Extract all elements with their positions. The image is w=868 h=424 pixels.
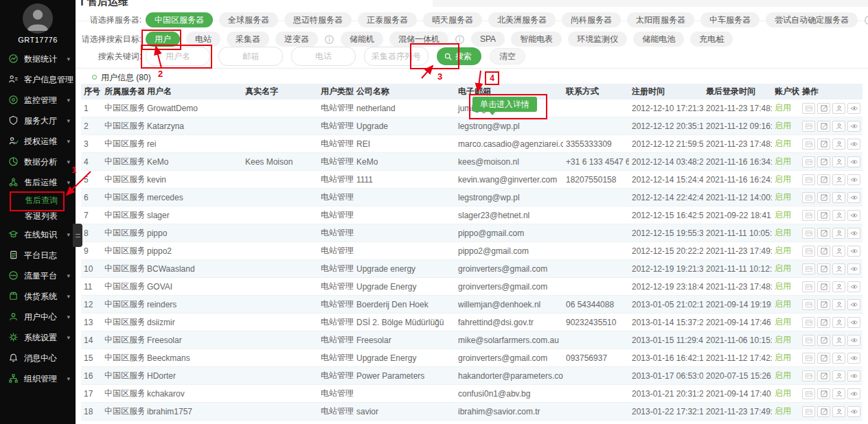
edit-button[interactable]: [817, 139, 830, 150]
keyword-input-0[interactable]: [146, 47, 210, 66]
edit-button[interactable]: [817, 388, 830, 399]
id-card-button[interactable]: [802, 139, 815, 150]
table-row[interactable]: 14中国区服务器Freesolar电站管理员Freesolarmike@sola…: [81, 331, 863, 349]
eye-button[interactable]: [847, 299, 860, 310]
server-pill-9[interactable]: 尝试自动确定服务器: [766, 12, 858, 27]
id-card-button[interactable]: [802, 406, 815, 417]
edit-button[interactable]: [817, 228, 830, 239]
id-card-button[interactable]: [802, 246, 815, 257]
edit-button[interactable]: [817, 406, 830, 417]
id-card-button[interactable]: [802, 353, 815, 364]
eye-button[interactable]: [847, 210, 860, 221]
eye-button[interactable]: [847, 139, 860, 150]
id-card-button[interactable]: [802, 317, 815, 328]
table-row[interactable]: 6中国区服务器mercedes电站管理员legstrong@wp.pl2012-…: [81, 189, 863, 207]
table-row[interactable]: 13中国区服务器dsiizmir电站管理员DSİ 2. Bölge Müdürl…: [81, 314, 863, 331]
user-button[interactable]: [832, 406, 845, 417]
id-card-button[interactable]: [802, 263, 815, 274]
edit-button[interactable]: [817, 121, 830, 132]
sidebar-item-7[interactable]: 在线知识▾: [0, 224, 76, 245]
target-pill-2[interactable]: 采集器: [227, 32, 269, 47]
server-pill-3[interactable]: 正泰服务器: [358, 12, 417, 27]
search-button[interactable]: 搜索: [437, 47, 481, 65]
user-button[interactable]: [832, 388, 845, 399]
target-pill-6[interactable]: SPA: [471, 32, 505, 47]
eye-button[interactable]: [847, 103, 860, 114]
target-pill-0[interactable]: 用户: [146, 32, 180, 47]
edit-button[interactable]: [817, 174, 830, 185]
keyword-input-1[interactable]: [218, 47, 283, 66]
server-pill-7[interactable]: 太阳雨服务器: [627, 12, 694, 27]
eye-button[interactable]: [847, 281, 860, 292]
target-pill-7[interactable]: 智能电表: [511, 32, 562, 47]
edit-button[interactable]: [817, 210, 830, 221]
user-button[interactable]: [832, 210, 845, 221]
table-row[interactable]: 7中国区服务器slager电站管理员slager23@hetnet.nl2012…: [81, 207, 863, 224]
id-card-button[interactable]: [802, 281, 815, 292]
eye-button[interactable]: [847, 246, 860, 257]
table-row[interactable]: 15中国区服务器Beeckmans电站管理员Upgrade Energygroi…: [81, 349, 863, 367]
server-pill-2[interactable]: 恩迈特服务器: [284, 12, 352, 27]
sidebar-item-1[interactable]: 客户信息管理: [0, 69, 76, 90]
server-pill-5[interactable]: 北美洲服务器: [488, 12, 556, 27]
sidebar-subitem-0[interactable]: 售后查询: [0, 193, 76, 209]
info-icon[interactable]: [864, 15, 868, 25]
sidebar-item-8[interactable]: 平台日志: [0, 245, 76, 266]
user-button[interactable]: [832, 281, 845, 292]
keyword-input-3[interactable]: [364, 47, 429, 66]
user-button[interactable]: [832, 263, 845, 274]
sidebar-item-12[interactable]: 系统设置▾: [0, 327, 76, 348]
edit-button[interactable]: [817, 317, 830, 328]
table-row[interactable]: 10中国区服务器BCWaasland电站管理员Upgrade energygro…: [81, 260, 863, 278]
id-card-button[interactable]: [802, 388, 815, 399]
user-button[interactable]: [832, 103, 845, 114]
edit-button[interactable]: [817, 103, 830, 114]
target-pill-8[interactable]: 环境监测仪: [568, 32, 627, 47]
user-button[interactable]: [832, 335, 845, 346]
target-pill-5[interactable]: 混储一体机: [389, 32, 448, 47]
edit-button[interactable]: [817, 192, 830, 203]
user-button[interactable]: [832, 156, 845, 167]
id-card-button[interactable]: [802, 335, 815, 346]
sidebar-item-5[interactable]: 数据分析▾: [0, 152, 76, 172]
user-button[interactable]: [832, 353, 845, 364]
edit-button[interactable]: [817, 281, 830, 292]
avatar[interactable]: [23, 3, 53, 34]
eye-button[interactable]: [847, 370, 860, 381]
eye-button[interactable]: [847, 156, 860, 167]
user-button[interactable]: [832, 370, 845, 381]
id-card-button[interactable]: [802, 174, 815, 185]
eye-button[interactable]: [847, 317, 860, 328]
table-row[interactable]: 3中国区服务器rei电站管理员REImarco.casadio@agenziar…: [81, 135, 863, 153]
table-row[interactable]: 11中国区服务器GOVAI电站管理员Upgrade Energygroinver…: [81, 278, 863, 296]
eye-button[interactable]: [847, 263, 860, 274]
sidebar-item-14[interactable]: 组织管理▾: [0, 368, 76, 389]
server-pill-6[interactable]: 尚科服务器: [562, 12, 621, 27]
table-row[interactable]: 2中国区服务器Katarzyna电站管理员Upgradelegstrong@wp…: [81, 117, 863, 135]
edit-button[interactable]: [817, 299, 830, 310]
sidebar-item-4[interactable]: 授权运维▾: [0, 131, 76, 152]
sidebar-item-0[interactable]: 数据统计▾: [0, 49, 76, 69]
id-card-button[interactable]: [802, 192, 815, 203]
sidebar-item-11[interactable]: 用户中心▾: [0, 307, 76, 327]
sidebar-collapse-handle[interactable]: [73, 224, 82, 247]
edit-button[interactable]: [817, 263, 830, 274]
eye-button[interactable]: [847, 335, 860, 346]
info-icon[interactable]: [324, 34, 334, 45]
edit-button[interactable]: [817, 246, 830, 257]
user-button[interactable]: [832, 121, 845, 132]
user-button[interactable]: [832, 139, 845, 150]
user-button[interactable]: [832, 317, 845, 328]
table-row[interactable]: 16中国区服务器HDorter电站管理员Power Parametershaka…: [81, 367, 863, 385]
sidebar-subitem-1[interactable]: 客退列表: [0, 209, 76, 224]
server-pill-1[interactable]: 全球服务器: [219, 12, 278, 27]
user-button[interactable]: [832, 174, 845, 185]
id-card-button[interactable]: [802, 228, 815, 239]
table-row[interactable]: 17中国区服务器kchakarov电站管理员confusi0n1@abv.bg2…: [81, 385, 863, 403]
table-row[interactable]: 18中国区服务器ibrahim1757电站管理员savioribrahim@sa…: [81, 403, 863, 421]
server-pill-8[interactable]: 中车服务器: [700, 12, 760, 27]
id-card-button[interactable]: [802, 210, 815, 221]
eye-button[interactable]: [847, 388, 860, 399]
eye-button[interactable]: [847, 406, 860, 417]
sidebar-item-9[interactable]: 流量平台▾: [0, 266, 76, 286]
